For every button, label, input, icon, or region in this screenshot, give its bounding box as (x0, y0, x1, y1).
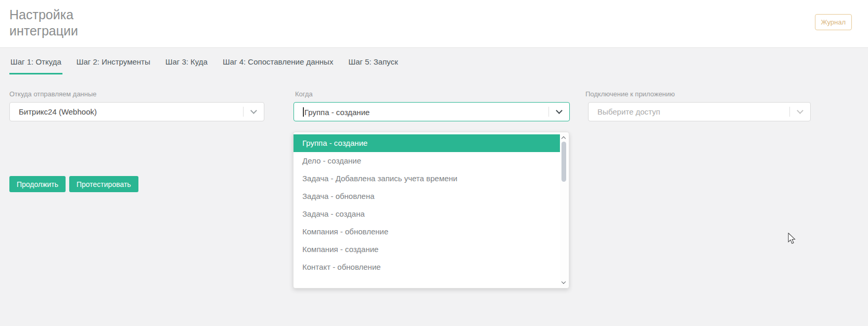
mouse-cursor-icon (788, 233, 796, 245)
dropdown-option-2[interactable]: Задача - Добавлена запись учета времени (293, 170, 560, 187)
tab-step-0[interactable]: Шаг 1: Откуда (9, 57, 62, 74)
when-combobox[interactable]: Группа - создание (293, 102, 570, 121)
when-dropdown-list: Группа - созданиеДело - созданиеЗадача -… (293, 134, 560, 276)
page-title: Настройка интеграции (9, 7, 78, 39)
scrollbar-thumb[interactable] (561, 142, 566, 182)
connection-select-arrow-button[interactable] (789, 103, 810, 121)
dropdown-option-1[interactable]: Дело - создание (293, 152, 560, 170)
source-field-label: Откуда отправляем данные (9, 90, 97, 98)
dropdown-option-3[interactable]: Задача - обновлена (293, 187, 560, 205)
when-field-label: Когда (295, 90, 313, 98)
tab-step-4[interactable]: Шаг 5: Запуск (347, 57, 399, 74)
dropdown-option-0[interactable]: Группа - создание (293, 134, 560, 152)
connection-field-label: Подключение к приложению (585, 90, 675, 98)
steps-tabs: Шаг 1: ОткудаШаг 2: ИнструментыШаг 3: Ку… (9, 57, 399, 74)
page-title-line1: Настройка (9, 7, 78, 23)
continue-button[interactable]: Продолжить (9, 176, 66, 192)
when-combobox-arrow-button[interactable] (548, 103, 569, 121)
dropdown-option-6[interactable]: Компания - создание (293, 241, 560, 258)
dropdown-option-5[interactable]: Компания - обновление (293, 223, 560, 241)
source-select-value: Битрикс24 (Webhook) (10, 107, 243, 116)
header: Настройка интеграции Журнал (0, 0, 868, 48)
connection-select-placeholder: Выберите доступ (589, 107, 789, 116)
dropdown-option-4[interactable]: Задача - создана (293, 205, 560, 223)
when-combobox-text: Группа - создание (304, 108, 369, 117)
connection-select[interactable]: Выберите доступ (588, 102, 811, 121)
dropdown-option-7[interactable]: Контакт - обновление (293, 258, 560, 276)
chevron-down-icon (556, 107, 563, 114)
chevron-down-icon (250, 107, 257, 114)
test-button[interactable]: Протестировать (69, 176, 138, 192)
when-combobox-value: Группа - создание (294, 107, 548, 117)
journal-button[interactable]: Журнал (815, 14, 852, 30)
dropdown-scrollbar[interactable] (560, 133, 568, 287)
tab-step-2[interactable]: Шаг 3: Куда (164, 57, 209, 74)
tab-step-3[interactable]: Шаг 4: Сопоставление данных (222, 57, 334, 74)
page-title-line2: интеграции (9, 23, 78, 39)
text-caret (303, 107, 304, 117)
scrollbar-down-icon[interactable] (561, 280, 566, 284)
integration-setup-screen: Настройка интеграции Журнал Шаг 1: Откуд… (0, 0, 868, 326)
tab-step-1[interactable]: Шаг 2: Инструменты (75, 57, 151, 74)
source-select[interactable]: Битрикс24 (Webhook) (9, 102, 264, 121)
source-select-arrow-button[interactable] (243, 103, 264, 121)
chevron-down-icon (797, 107, 803, 114)
when-dropdown-panel: Группа - созданиеДело - созданиеЗадача -… (293, 132, 569, 289)
scrollbar-up-icon[interactable] (561, 136, 566, 141)
